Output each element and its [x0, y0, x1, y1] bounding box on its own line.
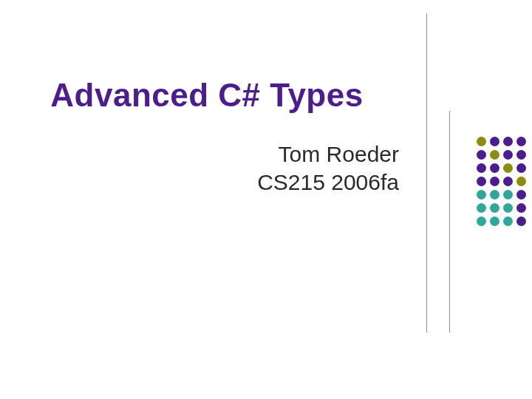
- divider-line-short: [449, 111, 450, 332]
- dot-icon: [490, 190, 499, 200]
- dot-icon: [490, 177, 499, 186]
- dot-icon: [516, 150, 526, 160]
- dot-icon: [503, 190, 513, 200]
- dot-icon: [477, 163, 486, 173]
- dot-icon: [477, 150, 486, 160]
- dot-icon: [477, 137, 486, 146]
- slide-subtitle: Tom Roeder CS215 2006fa: [0, 140, 399, 196]
- dot-icon: [490, 137, 499, 146]
- dot-icon: [516, 163, 526, 173]
- divider-line-long: [426, 13, 427, 332]
- dot-icon: [516, 216, 526, 226]
- dot-icon: [490, 150, 499, 160]
- decorative-dot-grid: [474, 134, 528, 228]
- dot-icon: [477, 177, 486, 186]
- dot-icon: [516, 137, 526, 146]
- dot-icon: [490, 216, 499, 226]
- dot-icon: [477, 190, 486, 200]
- dot-icon: [503, 163, 513, 173]
- dot-icon: [516, 190, 526, 200]
- dot-icon: [503, 216, 513, 226]
- slide: Advanced C# Types Tom Roeder CS215 2006f…: [0, 0, 532, 399]
- dot-icon: [516, 203, 526, 213]
- dot-icon: [503, 177, 513, 186]
- dot-icon: [490, 203, 499, 213]
- dot-icon: [503, 203, 513, 213]
- subtitle-line-2: CS215 2006fa: [0, 168, 399, 197]
- dot-icon: [503, 150, 513, 160]
- slide-title: Advanced C# Types: [0, 77, 414, 114]
- dot-icon: [503, 137, 513, 146]
- dot-icon: [477, 203, 486, 213]
- dot-icon: [516, 177, 526, 186]
- dot-icon: [490, 163, 499, 173]
- subtitle-line-1: Tom Roeder: [0, 140, 399, 168]
- dot-icon: [477, 216, 486, 226]
